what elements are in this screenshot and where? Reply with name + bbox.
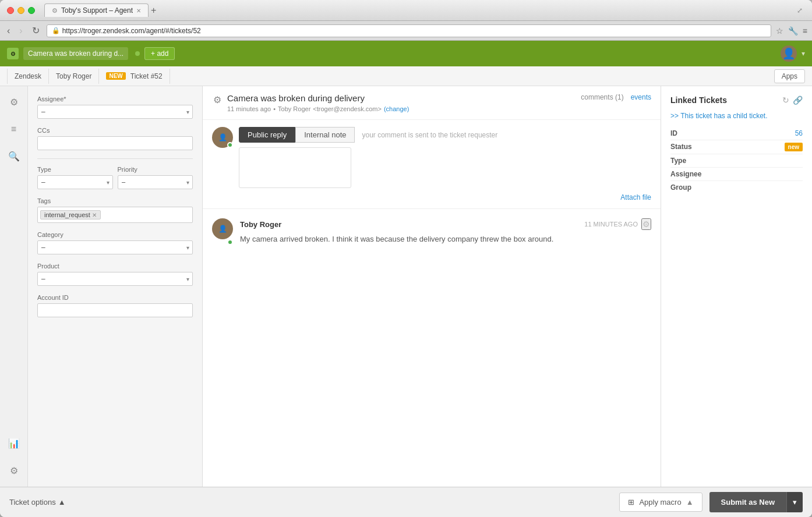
- category-label: Category: [37, 231, 193, 238]
- tags-group: Tags internal_request ✕: [37, 197, 193, 223]
- status-dot: [135, 51, 140, 56]
- tab-ticket[interactable]: Camera was broken during d...: [23, 47, 128, 60]
- maximize-button[interactable]: [28, 7, 35, 14]
- linked-field-id: ID 56: [670, 127, 803, 140]
- submit-label: Submit as: [721, 498, 757, 507]
- settings-icon[interactable]: ⚙: [6, 93, 22, 111]
- tags-input[interactable]: internal_request ✕: [37, 207, 193, 223]
- lock-icon: 🔒: [52, 27, 60, 34]
- field-id-label: ID: [670, 129, 677, 137]
- account-id-label: Account ID: [37, 294, 193, 301]
- ticket-time: 11 minutes ago: [227, 105, 271, 112]
- product-group: Product –: [37, 263, 193, 286]
- dropdown-arrow[interactable]: ▾: [802, 49, 805, 58]
- forward-button[interactable]: ›: [17, 24, 24, 37]
- reply-area: 👤 Public reply Internal note your commen…: [203, 120, 661, 209]
- minimize-button[interactable]: [17, 7, 24, 14]
- tag-remove-icon[interactable]: ✕: [92, 212, 97, 218]
- apply-macro-button[interactable]: ⊞ Apply macro ▲: [619, 493, 702, 512]
- linked-field-status: Status new: [670, 140, 803, 154]
- brand-icon: ⚙: [7, 48, 19, 59]
- status-badge: new: [785, 143, 803, 151]
- reply-hint: your comment is sent to the ticket reque…: [362, 131, 497, 139]
- tab-close-icon[interactable]: ✕: [136, 8, 141, 14]
- comment-options-icon[interactable]: ⚙: [641, 218, 651, 230]
- category-group: Category –: [37, 231, 193, 254]
- type-select[interactable]: –: [37, 175, 113, 189]
- user-avatar[interactable]: 👤: [781, 45, 797, 62]
- comments-area: 👤 Toby Roger 11 MINUTES AGO ⚙: [203, 209, 661, 487]
- account-id-input[interactable]: [37, 303, 193, 317]
- tags-label: Tags: [37, 197, 193, 204]
- product-select[interactable]: –: [37, 272, 193, 286]
- assignee-label: Assignee*: [37, 95, 193, 102]
- assignee-select[interactable]: –: [37, 105, 193, 119]
- extension-icon[interactable]: 🔧: [788, 26, 798, 36]
- internal-note-tab[interactable]: Internal note: [295, 127, 355, 143]
- bottom-settings-icon[interactable]: ⚙: [6, 462, 22, 480]
- center-panel: ⚙ Camera was broken during delivery 11 m…: [203, 86, 661, 487]
- link-icon[interactable]: 🔗: [793, 95, 803, 105]
- analytics-icon[interactable]: 📊: [5, 434, 23, 452]
- type-priority-row: Type – Priority –: [37, 166, 193, 197]
- ticket-options-arrow: ▲: [58, 498, 66, 507]
- reply-textarea[interactable]: [239, 147, 351, 188]
- tab-toby-roger[interactable]: Toby Roger: [49, 69, 99, 84]
- field-type-label: Type: [670, 157, 686, 165]
- close-button[interactable]: [7, 7, 14, 14]
- linked-field-type: Type: [670, 154, 803, 168]
- account-id-group: Account ID: [37, 294, 193, 317]
- type-label: Type: [37, 166, 113, 173]
- new-tab-button[interactable]: +: [151, 5, 156, 16]
- tab-title: Toby's Support – Agent: [61, 6, 133, 15]
- browser-menu-icon[interactable]: ≡: [803, 26, 807, 36]
- ticket-email: <troger@zendesk.com>: [313, 105, 382, 112]
- linked-tickets-title: Linked Tickets: [670, 95, 727, 105]
- field-assignee-label: Assignee: [670, 170, 701, 178]
- priority-select[interactable]: –: [118, 175, 193, 189]
- assignee-group: Assignee* –: [37, 95, 193, 119]
- url-bar[interactable]: 🔒 https://troger.zendesk.com/agent/#/tic…: [47, 24, 771, 37]
- submit-button[interactable]: Submit as New: [709, 492, 786, 512]
- app-top-bar: ⚙ Camera was broken during d... + add 👤 …: [0, 41, 812, 66]
- url-text: https://troger.zendesk.com/agent/#/ticke…: [62, 27, 201, 35]
- comment-item: 👤 Toby Roger 11 MINUTES AGO ⚙: [212, 218, 651, 245]
- comment-text: My camera arrived broken. I think it was…: [240, 233, 651, 245]
- browser-tab[interactable]: ⚙ Toby's Support – Agent ✕: [44, 3, 149, 17]
- comment-author: Toby Roger: [240, 220, 281, 229]
- new-badge: NEW: [106, 72, 125, 80]
- submit-dropdown-icon[interactable]: ▾: [786, 492, 803, 512]
- change-link[interactable]: (change): [384, 105, 409, 112]
- product-label: Product: [37, 263, 193, 270]
- ticket-options-button[interactable]: Ticket options ▲: [9, 498, 66, 507]
- commenter-online-indicator: [227, 239, 233, 245]
- public-reply-tab[interactable]: Public reply: [239, 127, 295, 143]
- events-link[interactable]: events: [631, 93, 651, 101]
- reload-button[interactable]: ↻: [30, 24, 42, 37]
- category-select[interactable]: –: [37, 240, 193, 254]
- traffic-lights: [7, 7, 35, 14]
- tab-zendesk[interactable]: Zendesk: [7, 69, 49, 84]
- tag-value: internal_request: [44, 211, 90, 218]
- ticket-title: Camera was broken during delivery: [227, 93, 576, 103]
- online-indicator: [227, 142, 233, 148]
- menu-icon[interactable]: ≡: [8, 121, 20, 138]
- ccs-group: CCs: [37, 127, 193, 150]
- tab-ticket-new[interactable]: NEW Ticket #52: [99, 69, 170, 84]
- field-id-value[interactable]: 56: [795, 129, 803, 137]
- back-button[interactable]: ‹: [5, 24, 12, 37]
- macro-dropdown-icon: ▲: [686, 498, 694, 507]
- attach-file-link[interactable]: Attach file: [239, 193, 651, 201]
- add-button[interactable]: + add: [144, 47, 175, 60]
- comment-time: 11 MINUTES AGO: [584, 221, 638, 228]
- bottom-bar: Ticket options ▲ ⊞ Apply macro ▲ Submit …: [0, 487, 812, 517]
- refresh-icon[interactable]: ↻: [782, 95, 789, 105]
- ccs-input[interactable]: [37, 136, 193, 150]
- comment-avatar: 👤: [212, 218, 233, 239]
- search-icon[interactable]: 🔍: [5, 147, 23, 165]
- ticket-settings-icon[interactable]: ⚙: [212, 93, 223, 107]
- apply-macro-label: Apply macro: [639, 498, 681, 507]
- apps-button[interactable]: Apps: [774, 69, 805, 83]
- left-sidebar: ⚙ ≡ 🔍 📊 ⚙: [0, 86, 28, 487]
- bookmark-icon[interactable]: ☆: [776, 26, 783, 36]
